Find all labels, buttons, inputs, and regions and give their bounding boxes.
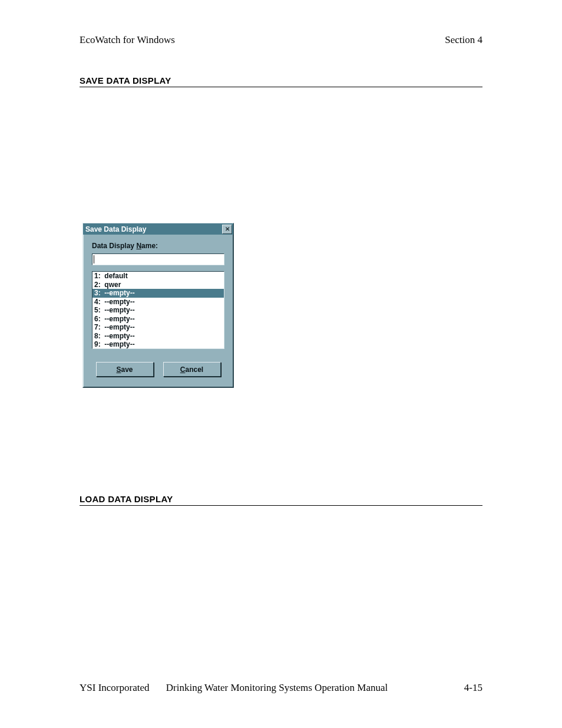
list-item[interactable]: 4: --empty-- [92,298,224,307]
footer-page-number: 4-15 [464,682,482,694]
dialog-title: Save Data Display [85,225,146,233]
page-footer: YSI Incorporated Drinking Water Monitori… [80,682,482,694]
save-data-display-dialog: Save Data Display ✕ Data Display Name: 1… [82,223,234,388]
list-item[interactable]: 3: --empty-- [92,289,224,298]
header-left: EcoWatch for Windows [80,34,175,46]
dialog-body: Data Display Name: 1: default2: qwer3: -… [82,235,234,388]
slot-listbox[interactable]: 1: default2: qwer3: --empty--4: --empty-… [92,271,224,349]
name-field-label: Data Display Name: [92,242,224,250]
list-item[interactable]: 7: --empty-- [92,323,224,332]
save-button[interactable]: Save [96,362,154,377]
list-item[interactable]: 2: qwer [92,281,224,289]
text-caret [94,255,94,263]
page-header: EcoWatch for Windows Section 4 [80,34,482,46]
cancel-button[interactable]: Cancel [163,362,221,377]
section-heading-load: LOAD DATA DISPLAY [80,494,482,506]
dialog-titlebar[interactable]: Save Data Display ✕ [82,223,234,235]
list-item[interactable]: 5: --empty-- [92,306,224,315]
list-item[interactable]: 6: --empty-- [92,315,224,324]
list-item[interactable]: 9: --empty-- [92,340,224,349]
name-input[interactable] [92,253,224,265]
section-heading-save: SAVE DATA DISPLAY [80,75,482,87]
footer-company: YSI Incorporated [80,682,150,693]
close-button[interactable]: ✕ [222,225,232,234]
list-item[interactable]: 1: default [92,272,224,281]
header-right: Section 4 [445,34,482,46]
footer-left: YSI Incorporated Drinking Water Monitori… [80,682,402,694]
footer-manual: Drinking Water Monitoring Systems Operat… [166,682,388,693]
list-item[interactable]: 8: --empty-- [92,332,224,341]
dialog-button-row: Save Cancel [92,362,224,377]
close-icon: ✕ [225,226,230,232]
